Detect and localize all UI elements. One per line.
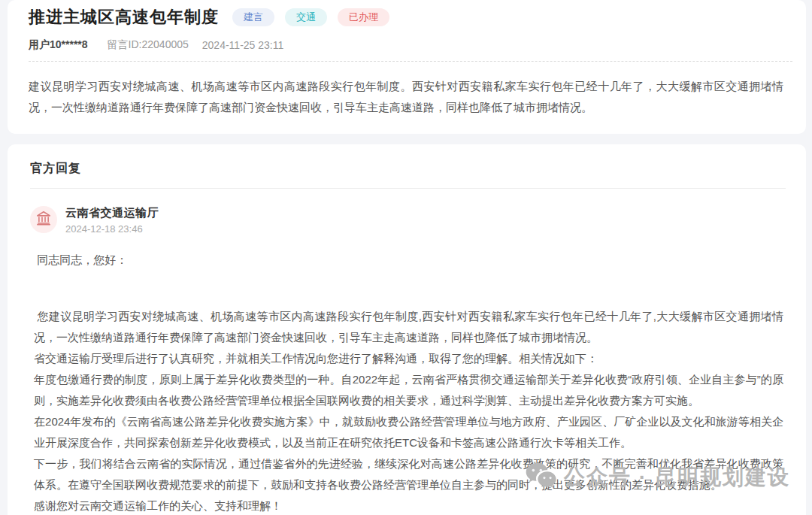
wechat-icon bbox=[525, 462, 564, 493]
replier-profile: 云南省交通运输厅 2024-12-18 23:46 bbox=[30, 206, 806, 235]
department-name: 云南省交通运输厅 bbox=[65, 206, 159, 220]
reply-paragraph: 感谢您对云南交通运输工作的关心、支持和理解！ bbox=[34, 495, 783, 515]
question-meta-row: 用户10*****8 留言ID:22040005 2024-11-25 23:1… bbox=[29, 38, 783, 52]
reply-datetime: 2024-12-18 23:46 bbox=[65, 223, 159, 235]
reply-greeting: 同志同志，您好： bbox=[34, 250, 783, 271]
tag-suggestion: 建言 bbox=[232, 8, 274, 26]
dashed-divider bbox=[29, 61, 792, 62]
tag-status-done: 已办理 bbox=[338, 8, 389, 26]
page-title: 推进主城区高速包年制度 bbox=[29, 6, 219, 29]
profile-info: 云南省交通运输厅 2024-12-18 23:46 bbox=[65, 206, 159, 235]
tag-traffic: 交通 bbox=[285, 8, 327, 26]
question-datetime: 2024-11-25 23:11 bbox=[202, 39, 283, 51]
official-reply-card: 官方回复 云南省交通运输厅 2024-12-18 23:46 同志同志，您好： bbox=[8, 144, 806, 515]
reply-paragraph: 年度包缴通行费的制度，原则上属于差异化收费类型的一种。自2022年起，云南省严格… bbox=[34, 369, 783, 411]
avatar bbox=[30, 206, 57, 233]
question-content: 建议昆明学习西安对绕城高速、机场高速等市区内高速路段实行包年制度。西安针对西安籍… bbox=[29, 76, 783, 118]
reply-section-title: 官方回复 bbox=[8, 144, 806, 177]
reply-paragraph: 您建议昆明学习西安对绕城高速、机场高速等市区内高速路段实行包年制度,西安针对西安… bbox=[34, 306, 783, 348]
watermark: 公众号 · 昆明规划建设 bbox=[525, 462, 790, 493]
question-card: 推进主城区高速包年制度 建言 交通 已办理 用户10*****8 留言ID:22… bbox=[8, 0, 806, 134]
tag-list: 建言 交通 已办理 bbox=[232, 8, 389, 26]
title-row: 推进主城区高速包年制度 建言 交通 已办理 bbox=[8, 0, 806, 29]
message-detail-page: { "question": { "title": "推进主城区高速包年制度", … bbox=[0, 0, 812, 515]
reply-divider bbox=[30, 188, 786, 189]
government-building-icon bbox=[35, 210, 52, 229]
question-user: 用户10*****8 bbox=[29, 38, 88, 52]
question-message-id: 留言ID:22040005 bbox=[108, 38, 189, 52]
reply-paragraph: 省交通运输厅受理后进行了认真研究，并就相关工作情况向您进行了解释沟通，取得了您的… bbox=[34, 348, 783, 369]
watermark-text: 公众号 · 昆明规划建设 bbox=[564, 463, 790, 492]
reply-paragraph: 在2024年发布的《云南省高速公路差异化收费实施方案》中，就鼓励收费公路经营管理… bbox=[34, 411, 783, 453]
